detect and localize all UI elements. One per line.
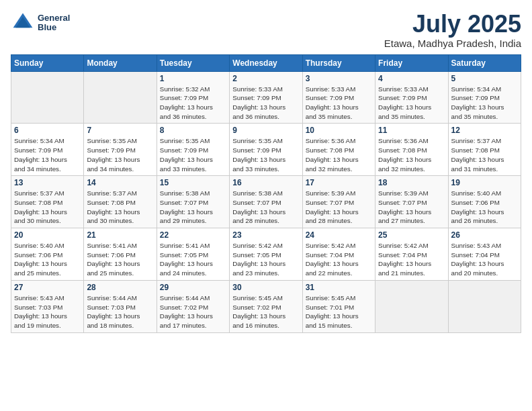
day-info: Sunrise: 5:42 AM Sunset: 7:05 PM Dayligh… [232, 241, 299, 278]
day-number: 22 [160, 230, 226, 240]
day-info: Sunrise: 5:33 AM Sunset: 7:09 PM Dayligh… [378, 85, 445, 122]
day-number: 2 [232, 74, 299, 83]
location: Etawa, Madhya Pradesh, India [384, 38, 521, 49]
day-info: Sunrise: 5:38 AM Sunset: 7:07 PM Dayligh… [160, 189, 226, 226]
calendar-cell: 3Sunrise: 5:33 AM Sunset: 7:09 PM Daylig… [302, 71, 375, 124]
calendar-body: 1Sunrise: 5:32 AM Sunset: 7:09 PM Daylig… [11, 71, 521, 332]
calendar-week-row: 27Sunrise: 5:43 AM Sunset: 7:03 PM Dayli… [11, 280, 521, 332]
calendar-cell: 28Sunrise: 5:44 AM Sunset: 7:03 PM Dayli… [84, 280, 157, 332]
calendar-cell: 4Sunrise: 5:33 AM Sunset: 7:09 PM Daylig… [375, 71, 448, 124]
day-number: 27 [14, 283, 81, 292]
day-info: Sunrise: 5:32 AM Sunset: 7:09 PM Dayligh… [160, 85, 226, 122]
weekday-header: Wednesday [230, 54, 302, 71]
day-number: 10 [306, 126, 372, 135]
day-info: Sunrise: 5:36 AM Sunset: 7:08 PM Dayligh… [378, 136, 445, 173]
day-number: 13 [14, 178, 81, 187]
calendar-week-row: 6Sunrise: 5:34 AM Sunset: 7:09 PM Daylig… [11, 124, 521, 176]
calendar-cell: 13Sunrise: 5:37 AM Sunset: 7:08 PM Dayli… [11, 176, 84, 228]
day-info: Sunrise: 5:37 AM Sunset: 7:08 PM Dayligh… [451, 136, 518, 173]
calendar-cell [84, 71, 157, 124]
day-info: Sunrise: 5:45 AM Sunset: 7:01 PM Dayligh… [306, 293, 372, 330]
day-number: 9 [232, 126, 299, 135]
calendar-cell: 17Sunrise: 5:39 AM Sunset: 7:07 PM Dayli… [302, 176, 375, 228]
day-number: 15 [160, 178, 226, 187]
calendar-header: SundayMondayTuesdayWednesdayThursdayFrid… [11, 54, 521, 71]
day-number: 25 [378, 230, 445, 240]
day-number: 3 [306, 74, 372, 83]
calendar-cell: 11Sunrise: 5:36 AM Sunset: 7:08 PM Dayli… [375, 124, 448, 176]
day-info: Sunrise: 5:34 AM Sunset: 7:09 PM Dayligh… [14, 136, 81, 173]
calendar-cell: 5Sunrise: 5:34 AM Sunset: 7:09 PM Daylig… [448, 71, 521, 124]
day-info: Sunrise: 5:42 AM Sunset: 7:04 PM Dayligh… [378, 241, 445, 278]
day-number: 18 [378, 178, 445, 187]
calendar-cell: 23Sunrise: 5:42 AM Sunset: 7:05 PM Dayli… [230, 228, 302, 281]
calendar-week-row: 1Sunrise: 5:32 AM Sunset: 7:09 PM Daylig… [11, 71, 521, 124]
calendar-cell: 30Sunrise: 5:45 AM Sunset: 7:02 PM Dayli… [230, 280, 302, 332]
day-info: Sunrise: 5:36 AM Sunset: 7:08 PM Dayligh… [306, 136, 372, 173]
weekday-header: Saturday [448, 54, 521, 71]
calendar-week-row: 20Sunrise: 5:40 AM Sunset: 7:06 PM Dayli… [11, 228, 521, 281]
day-number: 24 [306, 230, 372, 240]
header-row: SundayMondayTuesdayWednesdayThursdayFrid… [11, 54, 521, 71]
calendar-cell [375, 280, 448, 332]
day-number: 16 [232, 178, 299, 187]
day-number: 4 [378, 74, 445, 83]
calendar-cell: 7Sunrise: 5:35 AM Sunset: 7:09 PM Daylig… [84, 124, 157, 176]
day-info: Sunrise: 5:39 AM Sunset: 7:07 PM Dayligh… [378, 189, 445, 226]
day-info: Sunrise: 5:44 AM Sunset: 7:02 PM Dayligh… [160, 293, 226, 330]
logo-icon [11, 11, 35, 35]
day-info: Sunrise: 5:45 AM Sunset: 7:02 PM Dayligh… [232, 293, 299, 330]
weekday-header: Sunday [11, 54, 84, 71]
day-info: Sunrise: 5:43 AM Sunset: 7:04 PM Dayligh… [451, 241, 518, 278]
day-info: Sunrise: 5:37 AM Sunset: 7:08 PM Dayligh… [14, 189, 81, 226]
day-info: Sunrise: 5:44 AM Sunset: 7:03 PM Dayligh… [87, 293, 153, 330]
day-info: Sunrise: 5:37 AM Sunset: 7:08 PM Dayligh… [87, 189, 153, 226]
day-number: 28 [87, 283, 153, 292]
calendar-cell [448, 280, 521, 332]
day-info: Sunrise: 5:33 AM Sunset: 7:09 PM Dayligh… [306, 85, 372, 122]
calendar-cell: 20Sunrise: 5:40 AM Sunset: 7:06 PM Dayli… [11, 228, 84, 281]
day-info: Sunrise: 5:40 AM Sunset: 7:06 PM Dayligh… [451, 189, 518, 226]
calendar-cell: 12Sunrise: 5:37 AM Sunset: 7:08 PM Dayli… [448, 124, 521, 176]
logo-line2: Blue [38, 23, 70, 32]
day-info: Sunrise: 5:34 AM Sunset: 7:09 PM Dayligh… [451, 85, 518, 122]
calendar-cell: 19Sunrise: 5:40 AM Sunset: 7:06 PM Dayli… [448, 176, 521, 228]
day-number: 14 [87, 178, 153, 187]
calendar-cell: 14Sunrise: 5:37 AM Sunset: 7:08 PM Dayli… [84, 176, 157, 228]
calendar-cell: 8Sunrise: 5:35 AM Sunset: 7:09 PM Daylig… [157, 124, 229, 176]
weekday-header: Thursday [302, 54, 375, 71]
calendar-cell: 10Sunrise: 5:36 AM Sunset: 7:08 PM Dayli… [302, 124, 375, 176]
calendar-cell: 21Sunrise: 5:41 AM Sunset: 7:06 PM Dayli… [84, 228, 157, 281]
calendar-cell: 9Sunrise: 5:35 AM Sunset: 7:09 PM Daylig… [230, 124, 302, 176]
weekday-header: Tuesday [157, 54, 229, 71]
calendar-cell: 27Sunrise: 5:43 AM Sunset: 7:03 PM Dayli… [11, 280, 84, 332]
calendar-cell: 6Sunrise: 5:34 AM Sunset: 7:09 PM Daylig… [11, 124, 84, 176]
day-number: 30 [232, 283, 299, 292]
day-info: Sunrise: 5:41 AM Sunset: 7:06 PM Dayligh… [87, 241, 153, 278]
calendar-cell: 1Sunrise: 5:32 AM Sunset: 7:09 PM Daylig… [157, 71, 229, 124]
day-info: Sunrise: 5:38 AM Sunset: 7:07 PM Dayligh… [232, 189, 299, 226]
day-number: 8 [160, 126, 226, 135]
logo: General Blue [11, 11, 70, 35]
title-section: July 2025 Etawa, Madhya Pradesh, India [384, 11, 521, 49]
calendar-cell: 2Sunrise: 5:33 AM Sunset: 7:09 PM Daylig… [230, 71, 302, 124]
day-info: Sunrise: 5:40 AM Sunset: 7:06 PM Dayligh… [14, 241, 81, 278]
calendar-cell: 16Sunrise: 5:38 AM Sunset: 7:07 PM Dayli… [230, 176, 302, 228]
day-number: 31 [306, 283, 372, 292]
day-number: 29 [160, 283, 226, 292]
day-number: 26 [451, 230, 518, 240]
calendar-cell: 15Sunrise: 5:38 AM Sunset: 7:07 PM Dayli… [157, 176, 229, 228]
calendar-table: SundayMondayTuesdayWednesdayThursdayFrid… [11, 54, 521, 333]
calendar-cell [11, 71, 84, 124]
calendar-cell: 22Sunrise: 5:41 AM Sunset: 7:05 PM Dayli… [157, 228, 229, 281]
day-info: Sunrise: 5:43 AM Sunset: 7:03 PM Dayligh… [14, 293, 81, 330]
calendar-cell: 26Sunrise: 5:43 AM Sunset: 7:04 PM Dayli… [448, 228, 521, 281]
day-number: 7 [87, 126, 153, 135]
logo-line1: General [38, 13, 70, 23]
day-info: Sunrise: 5:39 AM Sunset: 7:07 PM Dayligh… [306, 189, 372, 226]
day-info: Sunrise: 5:33 AM Sunset: 7:09 PM Dayligh… [232, 85, 299, 122]
day-number: 17 [306, 178, 372, 187]
day-info: Sunrise: 5:35 AM Sunset: 7:09 PM Dayligh… [160, 136, 226, 173]
day-number: 20 [14, 230, 81, 240]
day-info: Sunrise: 5:35 AM Sunset: 7:09 PM Dayligh… [87, 136, 153, 173]
